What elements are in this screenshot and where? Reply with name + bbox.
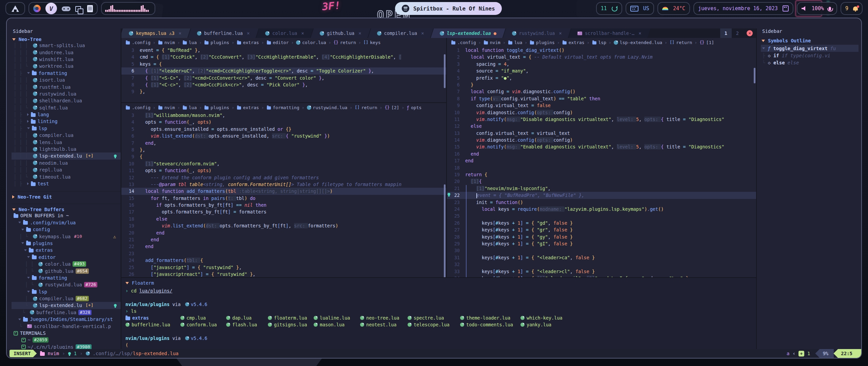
code-line[interactable]: 29 keys[#keys + 1] = { "gI", false } xyxy=(447,240,756,247)
tree-item[interactable]: │ └ github.lua#654 xyxy=(12,267,121,274)
code-line[interactable]: 3 [1]"williamboman/mason.nvim", xyxy=(121,112,446,119)
keyboard-layout-widget[interactable]: US xyxy=(626,2,654,15)
tab-rustywind-lua[interactable]: rustywind.lua× xyxy=(505,28,569,38)
code-line[interactable]: 10 vim.diagnostic.config(opts: config) xyxy=(447,109,756,116)
tree-item[interactable]: editor xyxy=(12,254,121,261)
tree-item[interactable]: │ │ └ sqlfmt.lua xyxy=(12,104,121,111)
editor-lsp-extended-lua[interactable]: .config›nvim›lua›plugins›extras›lsp›lsp-… xyxy=(447,38,756,277)
tree-item[interactable]: │ │ │ rustywind.lua xyxy=(12,90,121,97)
terminal-output[interactable]: › cd lua/plugins/nvim/lua/plugins via v5… xyxy=(125,287,756,348)
code-line[interactable]: 12 else xyxy=(447,123,756,129)
tree-item[interactable]: │ │ │ compiler.lua xyxy=(12,132,121,139)
code-line[interactable]: 4cmd = { [1]"CccPick", [2]"CccConvert", … xyxy=(121,54,446,60)
tree-item[interactable]: └ bufferline.lua#328 xyxy=(12,309,121,316)
code-line[interactable]: 2 local virtual_text = { -- Default virt… xyxy=(447,54,756,60)
tree-item[interactable]: │ ├ lsp xyxy=(12,125,121,132)
outline-item[interactable]: ├◇ifif type(config.vi xyxy=(761,52,859,59)
tree-item[interactable]: │ ├ lang xyxy=(12,111,121,118)
app-launcher-button[interactable] xyxy=(5,2,25,15)
code-line[interactable]: 4 source = "if_many", xyxy=(447,67,756,74)
outline-item[interactable]: └◇elseelse xyxy=(761,59,859,66)
code-line[interactable]: 25 xyxy=(447,212,756,219)
editor-rustywind-lua[interactable]: .config›nvim›lua›plugins›extras›formatti… xyxy=(121,103,446,277)
tree-item[interactable]: │ └ rustywind.lua#726 xyxy=(12,281,121,288)
code-line[interactable]: 7 end, xyxy=(121,140,446,146)
code-line[interactable]: 7 local config = vim.diagnostic.config() xyxy=(447,88,756,95)
file-listing-item[interactable]: floaterm.lua xyxy=(268,315,314,321)
neo-tree-section-header[interactable]: Neo-Tree xyxy=(12,37,121,42)
close-all-button[interactable]: × xyxy=(747,30,753,36)
tree-item[interactable]: │ │ │ shellharden.lua xyxy=(12,97,121,104)
code-line[interactable]: 5keys = { xyxy=(121,61,446,67)
code-line[interactable]: 14 vim.diagnostic.config(opts: config) xyxy=(447,137,756,143)
code-line[interactable]: 13 config.virtual_text = virtual_text xyxy=(447,130,756,137)
code-line[interactable]: 32 xyxy=(447,261,756,268)
close-icon[interactable]: × xyxy=(300,30,304,36)
tree-item[interactable]: lsp xyxy=(12,288,121,295)
tree-item[interactable]: │ │ │ repl.lua xyxy=(12,166,121,173)
gamepad-icon[interactable] xyxy=(62,6,71,11)
tree-item[interactable]: config xyxy=(12,226,121,233)
code-line[interactable]: 11 vim.notify(msg: "Disable diagnostics … xyxy=(447,116,756,123)
file-listing-item[interactable]: theme-loader.lua xyxy=(460,315,520,321)
code-line[interactable]: 16 end xyxy=(447,150,756,157)
tree-item[interactable]: OPEN BUFFERS in ~ xyxy=(12,212,121,219)
code-line[interactable]: 23 init = function() xyxy=(447,199,756,206)
now-playing-widget[interactable]: Spiritbox - Rule Of Nines xyxy=(395,2,502,15)
tree-item[interactable]: ~#2859 xyxy=(12,337,121,343)
tree-item[interactable]: │ │ └ worktree.lua xyxy=(12,63,121,69)
code-line[interactable]: 21 [1]"neovim/nvim-lspconfig", xyxy=(447,185,756,192)
file-listing-item[interactable]: flash.lua xyxy=(226,322,268,327)
code-line[interactable]: 27 keys[#keys + 1] = { "gr", false } xyxy=(447,226,756,233)
tab-compiler-lua[interactable]: compiler.lua× xyxy=(370,28,432,38)
scrollbar-handle[interactable] xyxy=(444,54,446,88)
code-line[interactable]: 9{ xyxy=(121,153,446,160)
tree-item[interactable]: │ │ │ winshift.lua xyxy=(12,56,121,63)
tree-item[interactable]: │ compiler.lua#682 xyxy=(12,295,121,302)
code-line[interactable]: 20 end xyxy=(121,229,446,236)
close-icon[interactable]: × xyxy=(558,30,562,36)
code-line[interactable]: 3event = { "BufRead" }, xyxy=(121,47,446,54)
code-line[interactable]: 6 } xyxy=(447,81,756,88)
code-line[interactable]: 24 add_formatters(tbl: { xyxy=(121,257,446,264)
tree-item[interactable]: │ ├ formatting xyxy=(12,70,121,77)
code-line[interactable]: 17 opts.formatters_by_ft[ft] = formatter… xyxy=(121,208,446,215)
tab-bufferline-lua[interactable]: bufferline.lua× xyxy=(190,28,257,38)
close-icon[interactable]: × xyxy=(357,30,361,36)
code-line[interactable]: 16 if opts.formatters_by_ft[ft] == nil t… xyxy=(121,202,446,208)
file-listing-item[interactable]: lualine.lua xyxy=(314,315,360,321)
tree-item[interactable]: │ ├ linting xyxy=(12,118,121,125)
weather-widget[interactable]: 24°C xyxy=(657,2,690,15)
tab-lsp-extended-lua[interactable]: lsp-extended.lua● xyxy=(432,28,504,38)
tree-item[interactable]: formatting xyxy=(12,274,121,281)
code-line[interactable]: 5 opts.ensure_installed = opts.ensure_in… xyxy=(121,126,446,133)
file-listing-item[interactable]: neo-tree.lua xyxy=(360,315,408,321)
tree-item[interactable]: │ ├ test xyxy=(12,180,121,187)
tree-item[interactable]: extras xyxy=(12,247,121,253)
code-line[interactable]: 34 keys[#keys + 1] = { [1]"<leader>cil",… xyxy=(447,275,756,277)
code-line[interactable]: 10 [1]"stevearc/conform.nvim", xyxy=(121,160,446,167)
file-listing-item[interactable]: spectre.lua xyxy=(408,315,460,321)
tab-github-lua[interactable]: github.lua× xyxy=(312,28,369,38)
code-line[interactable]: 17end xyxy=(447,157,756,164)
notifications-widget[interactable]: 9 xyxy=(841,2,863,15)
code-line[interactable]: 8 if type(v: config.virtual_text) == "ta… xyxy=(447,95,756,102)
tree-item[interactable]: TERMINALS xyxy=(12,330,121,337)
tabpage-2[interactable]: 2 xyxy=(732,28,743,38)
file-listing-item[interactable]: gitsigns.lua xyxy=(268,322,314,327)
code-line[interactable]: 22 end xyxy=(121,243,446,250)
neo-tree-git-section-header[interactable]: Neo-Tree Git xyxy=(12,191,121,200)
tab-scrollbar-handle-[interactable]: scrollbar-handle-…× xyxy=(570,28,649,38)
code-line[interactable]: 7 { [1]"<S-C>", [2]"<cmd>CccConvert<cr>"… xyxy=(121,75,446,81)
tree-item[interactable]: │ │ │ isort.lua xyxy=(12,77,121,83)
notes-icon[interactable] xyxy=(87,5,93,12)
tree-item[interactable]: │ │ │ neodim.lua xyxy=(12,160,121,166)
code-line[interactable]: 31 keys[#keys + 1] = { "<leader>ca", fal… xyxy=(447,254,756,261)
file-listing-item[interactable]: neotest.lua xyxy=(360,322,408,327)
tree-item[interactable]: │ │ │ smart-splits.lua xyxy=(12,42,121,49)
tabpage-1[interactable]: 1 xyxy=(720,28,732,38)
tree-item[interactable]: │ │ color.lua#493 xyxy=(12,261,121,267)
firefox-icon[interactable] xyxy=(33,5,41,12)
file-listing-item[interactable]: yanky.lua xyxy=(520,322,756,327)
code-line[interactable]: 6 vim.list_extend(dst: opts.ensure_insta… xyxy=(121,133,446,139)
